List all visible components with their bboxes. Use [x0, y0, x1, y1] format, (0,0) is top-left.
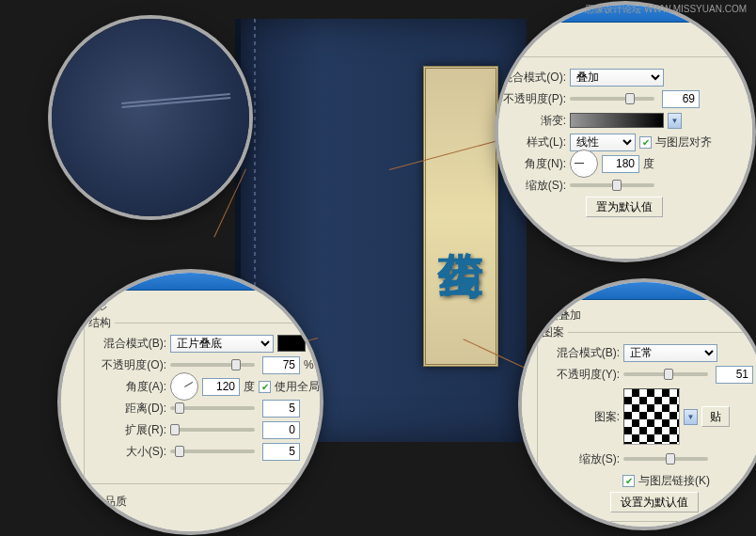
opacity-label: 不透明度(Y):	[552, 367, 620, 383]
opacity-label: 不透明度(O):	[99, 357, 166, 373]
zoom-gradient-panel: 渐变叠加 渐变 混合模式(O): 叠加 不透明度(P): 渐变: ▼ 样式(L)…	[498, 5, 752, 259]
blend-mode-label: 混合模式(B):	[552, 345, 620, 361]
opacity-input[interactable]	[716, 366, 753, 384]
section-heading: 图案叠加	[536, 307, 581, 323]
group-subsection: 结构	[85, 315, 115, 331]
opacity-input[interactable]	[262, 356, 300, 374]
pattern-label: 图案:	[552, 409, 620, 425]
chevron-down-icon[interactable]: ▼	[684, 409, 698, 425]
angle-dial[interactable]	[170, 372, 198, 401]
angle-label: 角度(A):	[99, 379, 166, 395]
opacity-slider[interactable]	[570, 97, 654, 101]
zoom-pattern-panel: 图案叠加 图案 混合模式(B): 正常 不透明度(Y): 图案: ▼ 贴 缩放(…	[522, 282, 756, 527]
angle-input[interactable]	[202, 378, 240, 396]
spread-label: 扩展(R):	[99, 422, 166, 438]
style-select[interactable]: 线性	[570, 134, 636, 151]
reset-default-button[interactable]: 置为默认值	[586, 197, 663, 217]
snap-origin-button[interactable]: 贴	[701, 406, 730, 427]
group-subsection: 图案	[538, 324, 568, 340]
quality-heading: 品质	[104, 494, 127, 510]
drop-shadow-panel: 投影 结构 混合模式(B): 正片叠底 不透明度(O): % 角度(A): 度 …	[61, 273, 320, 531]
size-slider[interactable]	[170, 449, 255, 453]
distance-input[interactable]	[262, 400, 300, 418]
zoom-fabric-detail	[52, 19, 249, 216]
angle-dial[interactable]	[570, 150, 598, 178]
reset-default-button[interactable]: 设置为默认值	[610, 492, 699, 512]
distance-slider[interactable]	[170, 406, 255, 410]
gradient-overlay-panel: 渐变叠加 渐变 混合模式(O): 叠加 不透明度(P): 渐变: ▼ 样式(L)…	[498, 5, 752, 259]
angle-input[interactable]	[602, 155, 639, 173]
scale-label: 缩放(S):	[552, 451, 620, 467]
opacity-label: 不透明度(P):	[498, 91, 566, 107]
style-label: 样式(L):	[498, 134, 566, 150]
watermark-text: 思缘设计论坛 WWW.MISSYUAN.COM	[585, 3, 747, 16]
align-checkbox[interactable]: ✔	[639, 136, 652, 149]
scale-slider[interactable]	[623, 457, 708, 461]
blend-mode-select[interactable]: 正片叠底	[170, 335, 274, 353]
size-input[interactable]	[262, 443, 300, 461]
angle-unit: 度	[643, 156, 654, 172]
book-title-label: 药尘传	[423, 66, 498, 367]
color-swatch[interactable]	[277, 335, 306, 352]
angle-label: 角度(N):	[498, 156, 566, 172]
global-light-checkbox[interactable]: ✔	[259, 381, 271, 393]
panel-title-bar[interactable]	[522, 282, 756, 300]
section-heading: 投影	[85, 298, 107, 314]
blend-mode-select[interactable]: 叠加	[570, 69, 664, 87]
spread-input[interactable]	[262, 421, 300, 439]
distance-label: 距离(D):	[99, 401, 166, 417]
spread-slider[interactable]	[170, 428, 255, 432]
global-light-label: 使用全局	[275, 379, 320, 395]
scale-slider[interactable]	[570, 183, 654, 187]
angle-unit: 度	[244, 379, 255, 395]
opacity-slider[interactable]	[623, 372, 708, 376]
opacity-slider[interactable]	[170, 363, 255, 367]
align-label: 与图层对齐	[655, 134, 712, 150]
blend-mode-select[interactable]: 正常	[623, 344, 717, 362]
pattern-swatch[interactable]	[623, 388, 680, 445]
size-label: 大小(S):	[99, 444, 166, 460]
chevron-down-icon[interactable]: ▼	[668, 113, 682, 129]
percent-unit: %	[304, 358, 314, 371]
pattern-overlay-panel: 图案叠加 图案 混合模式(B): 正常 不透明度(Y): 图案: ▼ 贴 缩放(…	[522, 282, 756, 527]
gradient-swatch[interactable]	[570, 113, 664, 128]
opacity-input[interactable]	[662, 90, 700, 108]
blend-mode-label: 混合模式(B):	[99, 336, 166, 352]
link-layer-checkbox[interactable]: ✔	[622, 475, 635, 487]
link-layer-label: 与图层链接(K)	[638, 473, 710, 489]
gradient-label: 渐变:	[498, 113, 566, 129]
zoom-dropshadow-panel: 投影 结构 混合模式(B): 正片叠底 不透明度(O): % 角度(A): 度 …	[61, 273, 320, 531]
